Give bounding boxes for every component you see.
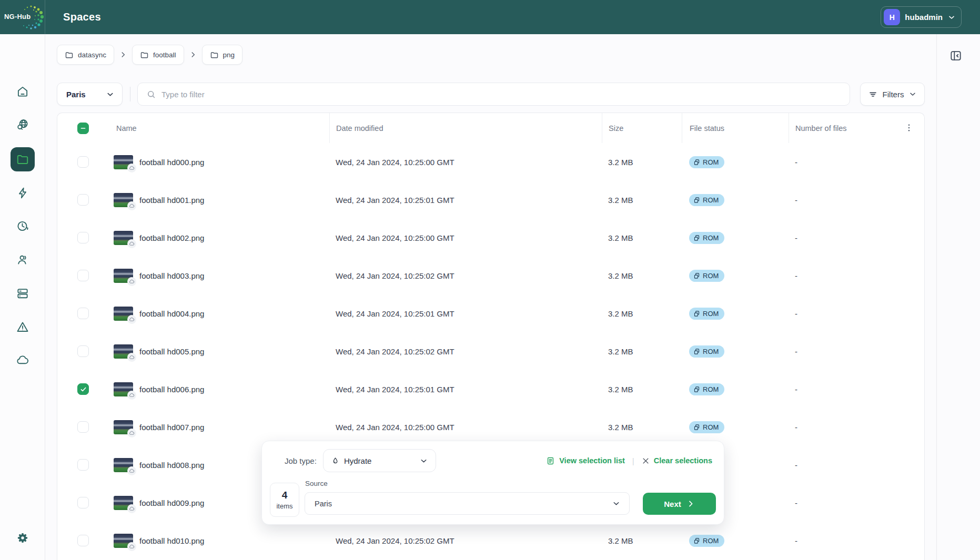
file-thumbnail[interactable] — [114, 155, 133, 169]
sidebar-item-jobs[interactable] — [12, 182, 33, 203]
file-thumbnail[interactable] — [114, 307, 133, 321]
table-row[interactable]: football hd003.png Wed, 24 Jan 2024, 10:… — [57, 257, 924, 294]
file-count: - — [789, 498, 924, 507]
collapse-panel-button[interactable] — [949, 49, 963, 65]
filters-button[interactable]: Filters — [860, 83, 925, 106]
chevron-right-icon — [189, 51, 197, 58]
copy-icon — [693, 235, 700, 241]
sidebar-item-alerts[interactable] — [12, 317, 33, 338]
file-thumbnail[interactable] — [114, 458, 133, 472]
file-count: - — [789, 158, 924, 167]
select-all-checkbox[interactable] — [77, 123, 89, 134]
clear-selections-label: Clear selections — [654, 456, 712, 465]
cloud-sync-icon — [127, 353, 136, 362]
row-checkbox[interactable] — [77, 459, 89, 471]
file-count: - — [789, 461, 924, 470]
file-thumbnail[interactable] — [114, 420, 133, 434]
table-row[interactable]: football hd005.png Wed, 24 Jan 2024, 10:… — [57, 332, 924, 370]
cloud-sync-icon — [127, 504, 136, 513]
document-icon — [546, 456, 555, 465]
app-logo[interactable]: NG-Hub — [0, 0, 45, 34]
page-title: Spaces — [63, 11, 101, 23]
file-thumbnail[interactable] — [114, 344, 133, 359]
kebab-menu-icon[interactable] — [902, 121, 916, 135]
chevron-down-icon — [947, 13, 956, 22]
file-date: Wed, 24 Jan 2024, 10:25:02 GMT — [329, 536, 602, 545]
sidebar-item-home[interactable] — [12, 81, 33, 102]
row-checkbox[interactable] — [77, 270, 89, 281]
selected-items-counter: 4 items — [270, 483, 299, 517]
globe-search-icon — [16, 118, 29, 132]
warning-icon — [16, 320, 29, 334]
file-status-badge: ROM — [689, 383, 724, 395]
sidebar-item-history[interactable] — [12, 216, 33, 237]
file-thumbnail[interactable] — [114, 269, 133, 283]
file-thumbnail[interactable] — [114, 382, 133, 396]
file-count: - — [789, 233, 924, 242]
sidebar-item-servers[interactable] — [12, 283, 33, 304]
table-row[interactable]: football hd001.png Wed, 24 Jan 2024, 10:… — [57, 181, 924, 219]
row-checkbox[interactable] — [77, 194, 89, 206]
file-size: 3.2 MB — [602, 347, 682, 356]
file-status-badge: ROM — [689, 270, 724, 282]
sidebar-item-users[interactable] — [12, 249, 33, 270]
breadcrumb-item-datasync[interactable]: datasync — [57, 45, 114, 65]
sidebar-item-spaces-active[interactable] — [11, 147, 35, 171]
next-button[interactable]: Next — [643, 493, 716, 515]
column-header-size[interactable]: Size — [602, 113, 682, 143]
file-count: - — [789, 347, 924, 356]
row-checkbox[interactable] — [77, 421, 89, 433]
column-header-status[interactable]: File status — [682, 113, 789, 143]
file-name: football hd007.png — [139, 423, 204, 432]
cloud-sync-icon — [127, 277, 136, 286]
column-header-name[interactable]: Name — [116, 124, 137, 133]
sidebar-item-discover[interactable] — [12, 115, 33, 136]
sidebar-item-cloud[interactable] — [12, 350, 33, 371]
cloud-sync-icon — [127, 164, 136, 172]
chevron-down-icon — [612, 499, 621, 508]
view-selection-list-link[interactable]: View selection list — [546, 456, 625, 465]
clear-selections-link[interactable]: Clear selections — [642, 456, 712, 465]
filters-label: Filters — [883, 90, 904, 99]
file-size: 3.2 MB — [602, 158, 682, 167]
copy-icon — [693, 348, 700, 355]
file-status-badge: ROM — [689, 232, 724, 244]
row-checkbox[interactable] — [77, 535, 89, 546]
row-checkbox[interactable] — [77, 156, 89, 168]
row-checkbox[interactable] — [77, 345, 89, 357]
scope-select[interactable]: Paris — [57, 83, 123, 106]
job-type-label: Job type: — [285, 456, 317, 465]
sidebar-item-settings[interactable] — [12, 527, 33, 548]
table-row[interactable]: football hd002.png Wed, 24 Jan 2024, 10:… — [57, 219, 924, 257]
source-select[interactable]: Paris — [305, 492, 630, 515]
table-row[interactable]: football hd006.png Wed, 24 Jan 2024, 10:… — [57, 370, 924, 408]
row-checkbox[interactable] — [77, 232, 89, 243]
file-thumbnail[interactable] — [114, 534, 133, 548]
search-input[interactable] — [161, 90, 842, 99]
breadcrumb-item-png[interactable]: png — [202, 45, 243, 65]
file-size: 3.2 MB — [602, 196, 682, 205]
items-count: 4 — [282, 490, 288, 501]
job-type-select[interactable]: Hydrate — [323, 449, 436, 472]
file-name: football hd009.png — [139, 498, 204, 507]
column-header-date[interactable]: Date modified — [329, 113, 602, 143]
breadcrumb-item-football[interactable]: football — [132, 45, 184, 65]
table-row[interactable]: football hd004.png Wed, 24 Jan 2024, 10:… — [57, 294, 924, 332]
user-menu[interactable]: H hubadmin — [881, 6, 962, 28]
copy-icon — [693, 197, 700, 203]
table-row[interactable]: football hd010.png Wed, 24 Jan 2024, 10:… — [57, 522, 924, 559]
file-thumbnail[interactable] — [114, 193, 133, 207]
row-checkbox[interactable] — [77, 497, 89, 508]
row-checkbox[interactable] — [77, 308, 89, 319]
link-divider: | — [632, 456, 634, 465]
file-name: football hd006.png — [139, 385, 204, 394]
scope-value: Paris — [66, 90, 86, 99]
search-icon — [146, 89, 156, 99]
row-checkbox[interactable] — [77, 383, 89, 395]
table-row[interactable]: football hd000.png Wed, 24 Jan 2024, 10:… — [57, 143, 924, 181]
file-date: Wed, 24 Jan 2024, 10:25:01 GMT — [329, 309, 602, 318]
chevron-right-icon — [686, 500, 695, 508]
file-thumbnail[interactable] — [114, 231, 133, 245]
table-header: Name Date modified Size File status Numb… — [57, 113, 924, 143]
file-thumbnail[interactable] — [114, 496, 133, 510]
